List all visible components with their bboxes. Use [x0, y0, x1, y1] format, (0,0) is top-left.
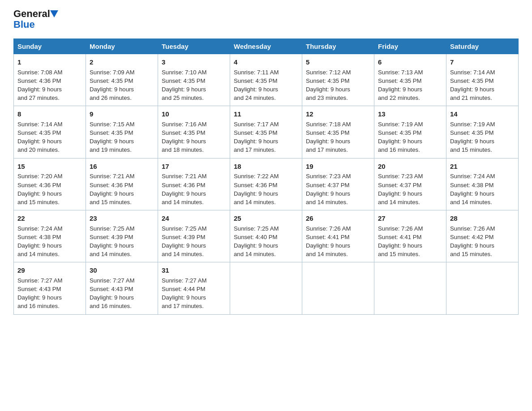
day-cell: 1Sunrise: 7:08 AMSunset: 4:36 PMDaylight… [14, 54, 86, 106]
day-cell: 26Sunrise: 7:26 AMSunset: 4:41 PMDayligh… [302, 210, 374, 262]
col-header-friday: Friday [374, 39, 446, 54]
day-cell: 20Sunrise: 7:23 AMSunset: 4:37 PMDayligh… [374, 158, 446, 210]
day-number: 18 [234, 162, 298, 171]
day-cell [230, 262, 302, 314]
page-header: General Blue [13, 9, 519, 30]
day-info: Sunrise: 7:13 AMSunset: 4:35 PMDaylight:… [378, 69, 423, 101]
day-info: Sunrise: 7:20 AMSunset: 4:36 PMDaylight:… [17, 173, 62, 205]
day-cell [374, 262, 446, 314]
day-number: 21 [450, 162, 515, 171]
day-number: 23 [90, 214, 154, 223]
day-cell: 24Sunrise: 7:25 AMSunset: 4:39 PMDayligh… [158, 210, 230, 262]
day-number: 28 [450, 214, 515, 223]
day-cell: 22Sunrise: 7:24 AMSunset: 4:38 PMDayligh… [14, 210, 86, 262]
day-number: 5 [306, 57, 370, 67]
day-cell: 27Sunrise: 7:26 AMSunset: 4:41 PMDayligh… [374, 210, 446, 262]
logo-arrow-icon [50, 10, 58, 18]
day-info: Sunrise: 7:22 AMSunset: 4:36 PMDaylight:… [234, 173, 279, 205]
day-info: Sunrise: 7:25 AMSunset: 4:39 PMDaylight:… [162, 225, 206, 257]
day-number: 2 [90, 57, 154, 67]
day-cell: 6Sunrise: 7:13 AMSunset: 4:35 PMDaylight… [374, 54, 446, 106]
col-header-thursday: Thursday [302, 39, 374, 54]
logo-general: General [13, 8, 50, 19]
day-number: 1 [17, 57, 82, 67]
day-cell: 8Sunrise: 7:14 AMSunset: 4:35 PMDaylight… [14, 106, 86, 158]
day-cell: 16Sunrise: 7:21 AMSunset: 4:36 PMDayligh… [86, 158, 158, 210]
day-cell: 10Sunrise: 7:16 AMSunset: 4:35 PMDayligh… [158, 106, 230, 158]
day-number: 27 [378, 214, 442, 223]
day-cell: 12Sunrise: 7:18 AMSunset: 4:35 PMDayligh… [302, 106, 374, 158]
day-number: 11 [234, 109, 298, 119]
day-cell: 31Sunrise: 7:27 AMSunset: 4:44 PMDayligh… [158, 262, 230, 314]
day-number: 25 [234, 214, 298, 223]
day-number: 17 [162, 162, 226, 171]
day-number: 13 [378, 109, 442, 119]
day-info: Sunrise: 7:26 AMSunset: 4:41 PMDaylight:… [306, 225, 351, 257]
day-info: Sunrise: 7:10 AMSunset: 4:35 PMDaylight:… [162, 69, 206, 101]
day-info: Sunrise: 7:24 AMSunset: 4:38 PMDaylight:… [450, 173, 495, 205]
logo: General Blue [13, 9, 58, 30]
day-number: 4 [234, 57, 298, 67]
day-cell: 28Sunrise: 7:26 AMSunset: 4:42 PMDayligh… [446, 210, 519, 262]
day-info: Sunrise: 7:21 AMSunset: 4:36 PMDaylight:… [162, 173, 206, 205]
day-cell: 7Sunrise: 7:14 AMSunset: 4:35 PMDaylight… [446, 54, 519, 106]
week-row-5: 29Sunrise: 7:27 AMSunset: 4:43 PMDayligh… [14, 262, 519, 314]
day-info: Sunrise: 7:08 AMSunset: 4:36 PMDaylight:… [17, 69, 62, 101]
day-number: 3 [162, 57, 226, 67]
col-header-tuesday: Tuesday [158, 39, 230, 54]
week-row-3: 15Sunrise: 7:20 AMSunset: 4:36 PMDayligh… [14, 158, 519, 210]
day-cell: 5Sunrise: 7:12 AMSunset: 4:35 PMDaylight… [302, 54, 374, 106]
day-cell: 19Sunrise: 7:23 AMSunset: 4:37 PMDayligh… [302, 158, 374, 210]
calendar-table: SundayMondayTuesdayWednesdayThursdayFrid… [13, 39, 519, 315]
day-number: 14 [450, 109, 515, 119]
logo-blue: Blue [13, 19, 35, 30]
day-number: 30 [90, 265, 154, 275]
svg-marker-0 [50, 10, 58, 17]
day-info: Sunrise: 7:19 AMSunset: 4:35 PMDaylight:… [378, 121, 423, 153]
day-number: 20 [378, 162, 442, 171]
day-info: Sunrise: 7:23 AMSunset: 4:37 PMDaylight:… [378, 173, 423, 205]
day-info: Sunrise: 7:26 AMSunset: 4:42 PMDaylight:… [450, 225, 495, 257]
day-info: Sunrise: 7:12 AMSunset: 4:35 PMDaylight:… [306, 69, 351, 101]
day-cell: 14Sunrise: 7:19 AMSunset: 4:35 PMDayligh… [446, 106, 519, 158]
day-cell: 13Sunrise: 7:19 AMSunset: 4:35 PMDayligh… [374, 106, 446, 158]
day-cell [446, 262, 519, 314]
day-cell: 18Sunrise: 7:22 AMSunset: 4:36 PMDayligh… [230, 158, 302, 210]
day-cell: 17Sunrise: 7:21 AMSunset: 4:36 PMDayligh… [158, 158, 230, 210]
day-info: Sunrise: 7:27 AMSunset: 4:43 PMDaylight:… [17, 277, 62, 309]
day-info: Sunrise: 7:11 AMSunset: 4:35 PMDaylight:… [234, 69, 279, 101]
day-info: Sunrise: 7:24 AMSunset: 4:38 PMDaylight:… [17, 225, 62, 257]
day-info: Sunrise: 7:25 AMSunset: 4:39 PMDaylight:… [90, 225, 134, 257]
week-row-1: 1Sunrise: 7:08 AMSunset: 4:36 PMDaylight… [14, 54, 519, 106]
day-info: Sunrise: 7:25 AMSunset: 4:40 PMDaylight:… [234, 225, 279, 257]
day-number: 6 [378, 57, 442, 67]
col-header-wednesday: Wednesday [230, 39, 302, 54]
day-info: Sunrise: 7:26 AMSunset: 4:41 PMDaylight:… [378, 225, 423, 257]
day-info: Sunrise: 7:19 AMSunset: 4:35 PMDaylight:… [450, 121, 495, 153]
day-number: 19 [306, 162, 370, 171]
day-cell: 9Sunrise: 7:15 AMSunset: 4:35 PMDaylight… [86, 106, 158, 158]
day-number: 31 [162, 265, 226, 275]
week-row-2: 8Sunrise: 7:14 AMSunset: 4:35 PMDaylight… [14, 106, 519, 158]
day-cell: 25Sunrise: 7:25 AMSunset: 4:40 PMDayligh… [230, 210, 302, 262]
logo-text: General [13, 9, 58, 19]
day-number: 7 [450, 57, 515, 67]
day-info: Sunrise: 7:14 AMSunset: 4:35 PMDaylight:… [450, 69, 495, 101]
col-header-saturday: Saturday [446, 39, 519, 54]
day-cell: 29Sunrise: 7:27 AMSunset: 4:43 PMDayligh… [14, 262, 86, 314]
day-number: 15 [17, 162, 82, 171]
day-info: Sunrise: 7:09 AMSunset: 4:35 PMDaylight:… [90, 69, 134, 101]
day-number: 12 [306, 109, 370, 119]
week-row-4: 22Sunrise: 7:24 AMSunset: 4:38 PMDayligh… [14, 210, 519, 262]
day-number: 16 [90, 162, 154, 171]
day-cell: 3Sunrise: 7:10 AMSunset: 4:35 PMDaylight… [158, 54, 230, 106]
day-cell: 30Sunrise: 7:27 AMSunset: 4:43 PMDayligh… [86, 262, 158, 314]
day-number: 10 [162, 109, 226, 119]
day-cell: 15Sunrise: 7:20 AMSunset: 4:36 PMDayligh… [14, 158, 86, 210]
col-header-sunday: Sunday [14, 39, 86, 54]
day-number: 26 [306, 214, 370, 223]
day-cell: 4Sunrise: 7:11 AMSunset: 4:35 PMDaylight… [230, 54, 302, 106]
day-info: Sunrise: 7:23 AMSunset: 4:37 PMDaylight:… [306, 173, 351, 205]
header-row: SundayMondayTuesdayWednesdayThursdayFrid… [14, 39, 519, 54]
day-info: Sunrise: 7:18 AMSunset: 4:35 PMDaylight:… [306, 121, 351, 153]
